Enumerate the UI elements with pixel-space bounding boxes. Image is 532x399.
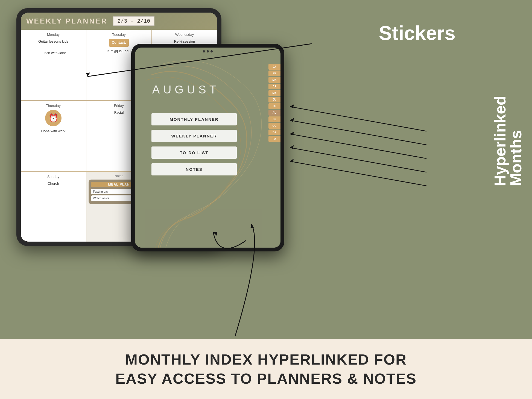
august-menu: MONTHLY PLANNER WEEKLY PLANNER TO-DO LIS… xyxy=(151,113,237,175)
month-tab-dec[interactable]: DE xyxy=(268,130,280,135)
month-tab-may[interactable]: MA xyxy=(268,90,280,96)
stickers-label: Stickers xyxy=(379,22,455,44)
thursday-label: Thursday xyxy=(24,104,83,108)
month-tab-aug[interactable]: AU xyxy=(268,110,280,116)
wednesday-label: Wednesday xyxy=(155,33,214,37)
month-tab-pa[interactable]: PA xyxy=(268,136,280,142)
month-tab-jan[interactable]: JA xyxy=(268,64,280,70)
month-tab-sep[interactable]: SE xyxy=(268,116,280,122)
monthly-planner-btn[interactable]: MONTHLY PLANNER xyxy=(151,113,237,125)
camera-area xyxy=(203,50,213,52)
planner-date: 2/3 – 2/10 xyxy=(113,16,154,26)
month-tab-oct[interactable]: OC xyxy=(268,123,280,129)
camera-dot-2 xyxy=(207,50,209,52)
monday-label: Monday xyxy=(24,33,83,37)
month-tab-feb[interactable]: FE xyxy=(268,71,280,76)
monday-cell: Monday Guitar lessons kidsLunch with Jan… xyxy=(21,30,86,100)
month-tab-mar[interactable]: MA xyxy=(268,77,280,83)
sunday-content: Church xyxy=(24,181,83,187)
alarm-icon: ⏰ xyxy=(45,110,62,126)
monday-content: Guitar lessons kidsLunch with Jane xyxy=(24,39,83,56)
planner-header: WEEKLY PLANNER 2/3 – 2/10 xyxy=(21,13,217,30)
sunday-cell: Sunday Church xyxy=(21,172,86,242)
camera-dot-3 xyxy=(211,50,213,52)
thursday-content: ⏰ Done with work xyxy=(24,110,83,134)
planner-title: WEEKLY PLANNER xyxy=(26,17,107,25)
weekly-planner-btn[interactable]: WEEKLY PLANNER xyxy=(151,130,237,142)
contact-sticker: Contact: xyxy=(109,39,129,47)
august-page: AUGUST MONTHLY PLANNER WEEKLY PLANNER TO… xyxy=(135,48,280,248)
banner-line2: EASY ACCESS TO PLANNERS & NOTES xyxy=(115,370,417,387)
tuesday-label: Tuesday xyxy=(89,33,149,37)
bottom-banner: MONTHLY INDEX HYPERLINKED FOR EASY ACCES… xyxy=(0,339,532,399)
hyperlinked-months-label: HyperlinkedMonths xyxy=(492,96,524,186)
right-tablet-inner: AUGUST MONTHLY PLANNER WEEKLY PLANNER TO… xyxy=(135,48,280,248)
august-title: AUGUST xyxy=(135,83,237,96)
sunday-label: Sunday xyxy=(24,175,83,179)
todo-list-btn[interactable]: TO-DO LIST xyxy=(151,146,237,159)
bottom-banner-text: MONTHLY INDEX HYPERLINKED FOR EASY ACCES… xyxy=(115,350,417,388)
camera-dot-1 xyxy=(203,50,205,52)
month-tab-apr[interactable]: AP xyxy=(268,84,280,89)
month-tabs: JA FE MA AP MA JU JU AU SE OC DE PA xyxy=(268,64,280,142)
month-tab-jun[interactable]: JU xyxy=(268,97,280,102)
banner-line1: MONTHLY INDEX HYPERLINKED FOR xyxy=(125,351,407,368)
right-tablet: AUGUST MONTHLY PLANNER WEEKLY PLANNER TO… xyxy=(131,44,284,251)
thursday-cell: Thursday ⏰ Done with work xyxy=(21,101,86,171)
month-tab-jul[interactable]: JU xyxy=(268,103,280,109)
notes-btn[interactable]: NOTES xyxy=(151,163,237,175)
